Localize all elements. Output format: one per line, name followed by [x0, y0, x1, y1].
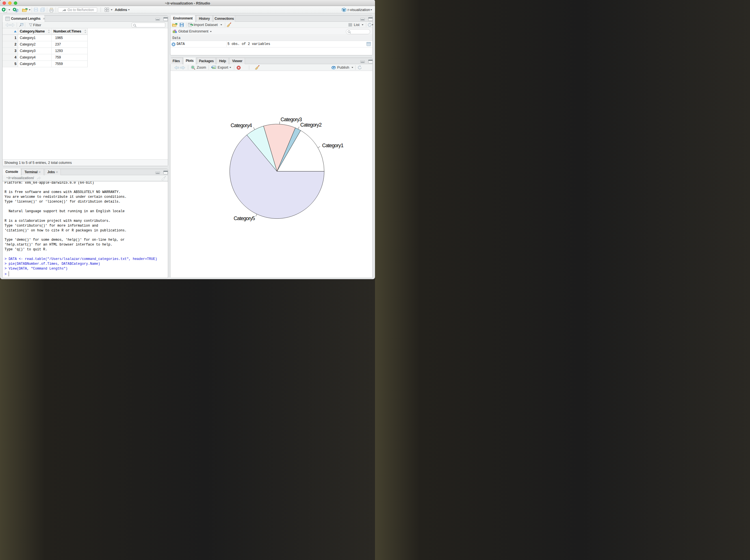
svg-text:Category2: Category2 [300, 122, 322, 128]
svg-text:Category3: Category3 [281, 117, 302, 122]
svg-text:Category4: Category4 [231, 123, 252, 128]
svg-text:Category1: Category1 [322, 143, 343, 148]
svg-text:R: R [343, 8, 345, 12]
svg-text:Category5: Category5 [234, 216, 255, 221]
